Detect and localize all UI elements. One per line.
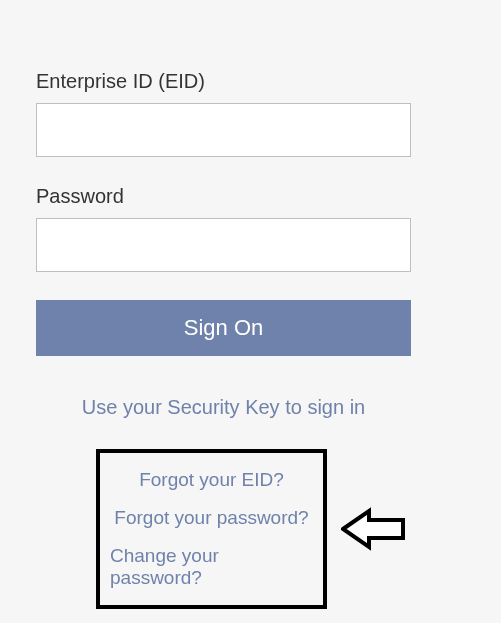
change-password-link[interactable]: Change your password? — [110, 545, 313, 589]
forgot-password-link[interactable]: Forgot your password? — [114, 507, 308, 529]
login-form: Enterprise ID (EID) Password Sign On Use… — [0, 20, 501, 609]
arrow-left-icon — [341, 505, 411, 553]
password-input[interactable] — [36, 218, 411, 272]
eid-input[interactable] — [36, 103, 411, 157]
password-label: Password — [36, 185, 465, 208]
security-key-link[interactable]: Use your Security Key to sign in — [36, 396, 411, 419]
signon-button[interactable]: Sign On — [36, 300, 411, 356]
eid-label: Enterprise ID (EID) — [36, 70, 465, 93]
help-links-region: Forgot your EID? Forgot your password? C… — [36, 449, 411, 609]
help-links-box: Forgot your EID? Forgot your password? C… — [96, 449, 327, 609]
forgot-eid-link[interactable]: Forgot your EID? — [139, 469, 284, 491]
